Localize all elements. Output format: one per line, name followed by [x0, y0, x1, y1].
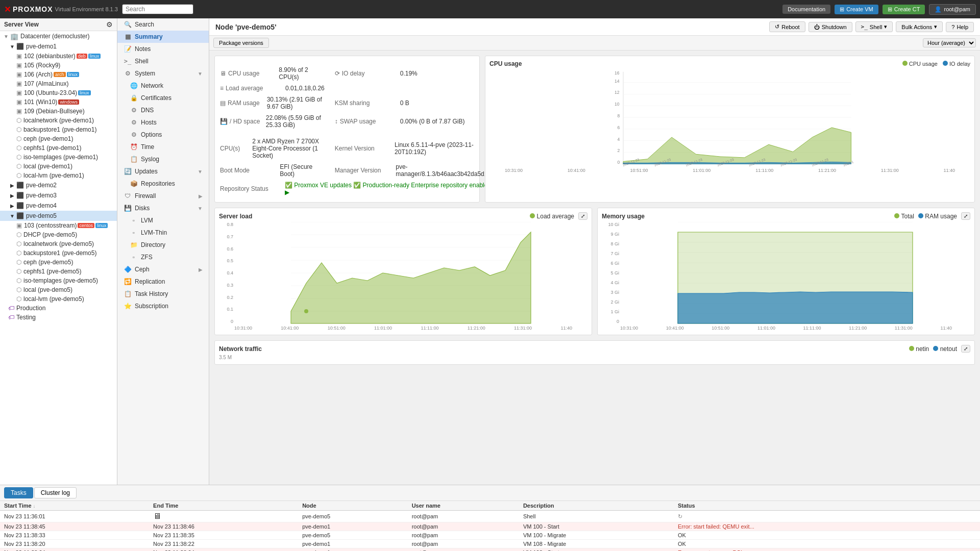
nav-item-directory[interactable]: 📁 Directory	[117, 239, 209, 251]
sidebar-item-pve-demo4[interactable]: ▶ ⬛ pve-demo4	[0, 201, 117, 211]
sidebar-item-106[interactable]: ▣ 106 (Arch) arch linux	[0, 70, 117, 79]
sidebar-item-cephfs1-demo1[interactable]: ⬡ cephfs1 (pve-demo1)	[0, 143, 117, 153]
nav-item-notes[interactable]: 📝 Notes	[117, 43, 209, 55]
expand-icon-3: ▶	[8, 191, 16, 199]
repo-row: Repository Status ✅ Proxmox VE updates ✅…	[220, 181, 496, 197]
tasks-tab[interactable]: Tasks	[4, 487, 33, 498]
nav-item-updates[interactable]: 🔄 Updates ▼	[117, 165, 209, 178]
pkg-versions-button[interactable]: Package versions	[213, 38, 269, 48]
create-vm-button[interactable]: ⊞ Create VM	[835, 5, 878, 14]
shell-button[interactable]: >_ Shell ▾	[855, 21, 893, 32]
server-load-expand-button[interactable]: ⤢	[578, 212, 587, 220]
nav-item-repositories[interactable]: 📦 Repositories	[117, 178, 209, 190]
sidebar-item-pve-demo2[interactable]: ▶ ⬛ pve-demo2	[0, 180, 117, 190]
nav-item-lvm[interactable]: ▫ LVM	[117, 214, 209, 227]
col-start-time[interactable]: Start Time ↓	[0, 501, 149, 511]
sidebar-item-datacenter[interactable]: ▼ 🏢 Datacenter (democluster)	[0, 31, 117, 41]
io-delay-row: ⟳ IO delay 0.19%	[335, 65, 496, 82]
nav-item-task-history[interactable]: 📋 Task History	[117, 288, 209, 300]
nav-panel: 🔍 Search ▦ Summary 📝 Notes >_ Shell ⚙ Sy…	[117, 18, 209, 485]
sidebar-item-103[interactable]: ▣ 103 (centosstream) centos linux	[0, 221, 117, 230]
sidebar-settings-icon[interactable]: ⚙	[106, 20, 113, 29]
nav-item-disks[interactable]: 💾 Disks ▼	[117, 202, 209, 214]
sidebar-item-iso-demo1[interactable]: ⬡ iso-templages (pve-demo1)	[0, 153, 117, 162]
sidebar-item-ceph-demo1[interactable]: ⬡ ceph (pve-demo1)	[0, 134, 117, 143]
user-menu[interactable]: 👤 root@pam	[929, 4, 976, 15]
sidebar-item-local-lvm-demo1[interactable]: ⬡ local-lvm (pve-demo1)	[0, 171, 117, 180]
reboot-button[interactable]: ↺ Reboot	[769, 21, 805, 32]
nav-item-ceph[interactable]: 🔷 Ceph ▶	[117, 263, 209, 276]
nav-item-time[interactable]: ⏰ Time	[117, 141, 209, 153]
sidebar-item-107[interactable]: ▣ 107 (AlmaLinux)	[0, 79, 117, 88]
col-node[interactable]: Node	[298, 501, 408, 511]
nav-item-syslog[interactable]: 📋 Syslog	[117, 153, 209, 165]
sidebar-item-ceph-demo5[interactable]: ⬡ ceph (pve-demo5)	[0, 258, 117, 267]
svg-text:14: 14	[615, 79, 620, 84]
sidebar-item-localnetwork-demo5[interactable]: ⬡ localnetwork (pve-demo5)	[0, 239, 117, 248]
load-icon: ≡	[220, 85, 224, 92]
sidebar-item-iso-demo5[interactable]: ⬡ iso-templages (pve-demo5)	[0, 276, 117, 285]
nav-item-system[interactable]: ⚙ System ▼	[117, 67, 209, 80]
col-status[interactable]: Status	[674, 501, 980, 511]
bulk-actions-button[interactable]: Bulk Actions ▾	[896, 21, 943, 32]
sidebar-item-testing[interactable]: 🏷 Testing	[0, 313, 117, 322]
nav-item-search[interactable]: 🔍 Search	[117, 18, 209, 31]
info-panel: 🖥 CPU usage 8.90% of 2 CPU(s) ⟳ IO delay…	[214, 56, 480, 203]
nav-item-shell[interactable]: >_ Shell	[117, 55, 209, 67]
server-load-header: Server load Load average ⤢	[219, 212, 587, 220]
sidebar-item-pve-demo1[interactable]: ▼ ⬛ pve-demo1	[0, 41, 117, 52]
create-ct-button[interactable]: ⊞ Create CT	[883, 5, 925, 14]
sidebar-header-label: Server View	[4, 21, 39, 28]
nav-item-network[interactable]: 🌐 Network	[117, 80, 209, 92]
sidebar-item-local-demo1[interactable]: ⬡ local (pve-demo1)	[0, 162, 117, 171]
nav-item-certificates[interactable]: 🔒 Certificates	[117, 92, 209, 104]
storage-icon-ceph5: ⬡	[16, 259, 21, 266]
time-range-select[interactable]: Hour (average)	[923, 38, 976, 47]
nav-item-summary[interactable]: ▦ Summary	[117, 31, 209, 43]
sidebar-item-105[interactable]: ▣ 105 (Rocky9)	[0, 61, 117, 70]
search-input[interactable]	[122, 4, 193, 14]
col-end-time[interactable]: End Time	[149, 501, 298, 511]
shutdown-button[interactable]: ⏻ Shutdown	[808, 22, 852, 32]
sidebar-item-backupstore1-demo1[interactable]: ⬡ backupstore1 (pve-demo1)	[0, 125, 117, 134]
svg-text:10: 10	[615, 102, 620, 107]
storage-icon-local1: ⬡	[16, 163, 21, 170]
sidebar-item-localnetwork-demo1[interactable]: ⬡ localnetwork (pve-demo1)	[0, 116, 117, 125]
cluster-log-tab[interactable]: Cluster log	[34, 487, 77, 498]
col-user[interactable]: User name	[408, 501, 519, 511]
sidebar-item-101[interactable]: ▣ 101 (Win10) windows	[0, 97, 117, 107]
nav-item-lvm-thin[interactable]: ▫ LVM-Thin	[117, 227, 209, 239]
nav-item-hosts[interactable]: ⚙ Hosts	[117, 116, 209, 129]
network-expand-button[interactable]: ⤢	[961, 345, 970, 353]
nav-item-zfs[interactable]: ▫ ZFS	[117, 251, 209, 263]
sidebar-item-102[interactable]: ▣ 102 (debianbuster) deb linux	[0, 52, 117, 61]
sidebar-item-local-demo5[interactable]: ⬡ local (pve-demo5)	[0, 285, 117, 294]
storage-icon-cephfs1: ⬡	[16, 144, 21, 152]
sidebar-item-production[interactable]: 🏷 Production	[0, 304, 117, 313]
shell-nav-icon: >_	[124, 58, 132, 65]
nav-item-options[interactable]: ⚙ Options	[117, 129, 209, 141]
nav-item-replication[interactable]: 🔁 Replication	[117, 276, 209, 288]
notes-nav-icon: 📝	[124, 45, 132, 53]
sidebar-item-dhcp-demo5[interactable]: ⬡ DHCP (pve-demo5)	[0, 230, 117, 239]
col-desc[interactable]: Description	[519, 501, 674, 511]
nav-item-subscription[interactable]: ⭐ Subscription	[117, 300, 209, 312]
storage-icon-bs5: ⬡	[16, 249, 21, 257]
dns-nav-icon: ⚙	[130, 107, 138, 114]
content-area: Node 'pve-demo5' ↺ Reboot ⏻ Shutdown >_ …	[209, 18, 980, 485]
sidebar-item-local-lvm-demo5[interactable]: ⬡ local-lvm (pve-demo5)	[0, 294, 117, 304]
memory-expand-button[interactable]: ⤢	[961, 212, 970, 220]
nav-item-firewall[interactable]: 🛡 Firewall ▶	[117, 190, 209, 202]
logo: ✕ PROXMOX Virtual Environment 8.1.3	[4, 5, 118, 14]
help-button[interactable]: ? Help	[946, 22, 974, 32]
nav-item-dns[interactable]: ⚙ DNS	[117, 104, 209, 116]
sidebar-item-pve-demo5[interactable]: ▼ ⬛ pve-demo5	[0, 211, 117, 221]
documentation-button[interactable]: Documentation	[782, 5, 830, 14]
svg-text:12: 12	[615, 90, 620, 95]
sidebar-item-100[interactable]: ▣ 100 (Ubuntu-23.04) linux	[0, 88, 117, 97]
sidebar-item-109[interactable]: ▣ 109 (Debian-Bullseye)	[0, 107, 117, 116]
sidebar-item-pve-demo3[interactable]: ▶ ⬛ pve-demo3	[0, 190, 117, 201]
sidebar-item-cephfs1-demo5[interactable]: ⬡ cephfs1 (pve-demo5)	[0, 267, 117, 276]
sidebar-item-backupstore1-demo5[interactable]: ⬡ backupstore1 (pve-demo5)	[0, 248, 117, 258]
ceph-expand-icon: ▶	[199, 267, 203, 272]
